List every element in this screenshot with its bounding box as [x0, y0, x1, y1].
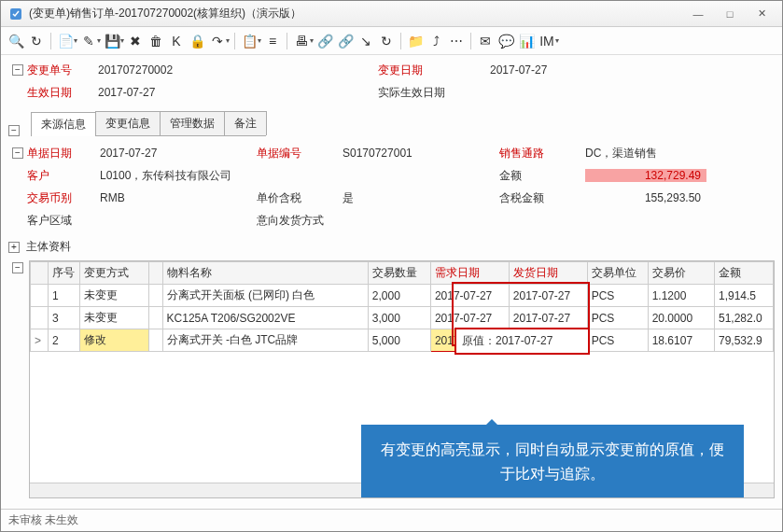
tab-source-info[interactable]: 来源信息	[31, 112, 96, 136]
cell[interactable]: 1.1200	[648, 285, 714, 307]
dropdown-icon[interactable]: ▾	[310, 36, 314, 45]
col-header[interactable]: 交易数量	[368, 262, 430, 285]
toolbar-separator	[287, 33, 287, 49]
cell[interactable]: 2017-07-27	[509, 285, 587, 307]
col-header[interactable]	[31, 262, 49, 285]
chat-icon[interactable]: 💬	[496, 32, 515, 50]
cell[interactable]: 2	[48, 329, 80, 352]
cell[interactable]: >	[31, 329, 49, 352]
sub-section: + 主体资料	[1, 237, 782, 259]
toolbar-separator	[400, 33, 401, 49]
dropdown-icon[interactable]: ▾	[74, 36, 77, 45]
collapse-toggle[interactable]: −	[12, 147, 23, 159]
customer-value: L0100，东传科技有限公司	[100, 168, 499, 184]
collapse-toggle[interactable]: −	[12, 262, 23, 273]
col-header[interactable]	[148, 262, 162, 285]
mail-icon[interactable]: ✉	[476, 32, 495, 50]
cell[interactable]: 未变更	[80, 307, 148, 329]
col-header[interactable]: 物料名称	[162, 262, 368, 285]
folder-icon[interactable]: 📁	[406, 32, 425, 50]
cell[interactable]	[31, 307, 49, 329]
im-icon[interactable]: IM	[538, 32, 556, 50]
table-row[interactable]: 1未变更分离式开关面板 (已网印) 白色2,0002017-07-272017-…	[31, 285, 774, 307]
cell[interactable]: 5,000	[368, 329, 430, 352]
change-no-value: 201707270002	[98, 63, 378, 77]
delete-icon[interactable]: 🗑	[147, 32, 165, 50]
cell[interactable]: 2017-07-27	[430, 285, 509, 307]
new-icon[interactable]: 📄	[56, 32, 75, 50]
dropdown-icon[interactable]: ▾	[120, 36, 124, 45]
tab-mgmt-data[interactable]: 管理数据	[160, 111, 225, 135]
cell[interactable]: 3	[48, 307, 80, 329]
dropdown-icon[interactable]: ▾	[258, 36, 261, 45]
save-icon[interactable]: 💾	[103, 32, 121, 50]
minimize-button[interactable]: —	[683, 5, 713, 23]
print-icon[interactable]: 🖶	[292, 32, 311, 50]
table-row[interactable]: >2修改分离式开关 -白色 JTC品牌5,0002017-08-032017-0…	[31, 329, 774, 352]
list-icon[interactable]: ≡	[263, 32, 282, 50]
dropdown-icon[interactable]: ▾	[555, 36, 559, 45]
cell[interactable]: 79,532.9	[715, 329, 774, 352]
close-button[interactable]: ✕	[747, 5, 776, 23]
k-icon[interactable]: K	[167, 32, 186, 50]
edit-icon[interactable]: ✎	[79, 32, 98, 50]
tab-remark[interactable]: 备注	[224, 111, 267, 135]
cell[interactable]: 1,914.5	[715, 285, 774, 307]
refresh-icon[interactable]: ↻	[27, 32, 46, 50]
cell[interactable]: PCS	[587, 307, 648, 329]
dropdown-icon[interactable]: ▾	[226, 36, 230, 45]
collapse-toggle[interactable]: −	[8, 125, 20, 136]
cell[interactable]: 2017-07-27	[509, 307, 587, 329]
cell[interactable]	[31, 285, 49, 307]
change-no-label: 变更单号	[27, 63, 98, 78]
sync-icon[interactable]: ↻	[377, 32, 396, 50]
cell[interactable]	[148, 329, 162, 352]
link1-icon[interactable]: 🔗	[315, 32, 334, 50]
channel-label: 销售通路	[499, 146, 585, 161]
cell[interactable]	[148, 307, 162, 329]
cell[interactable]: 51,282.0	[715, 307, 774, 329]
maximize-button[interactable]: □	[715, 5, 745, 23]
cell[interactable]: 2,000	[368, 285, 430, 307]
expand-toggle[interactable]: +	[8, 242, 20, 253]
cell[interactable]: 2017-07-27	[430, 307, 509, 329]
cell[interactable]: PCS	[587, 285, 648, 307]
data-grid[interactable]: 序号变更方式物料名称交易数量需求日期发货日期交易单位交易价金额 1未变更分离式开…	[29, 260, 775, 498]
cell[interactable]: 3,000	[368, 307, 430, 329]
cell[interactable]: 分离式开关面板 (已网印) 白色	[162, 285, 368, 307]
cell[interactable]: PCS	[587, 329, 648, 352]
col-header[interactable]: 发货日期	[509, 262, 587, 285]
copy-icon[interactable]: 📋	[240, 32, 259, 50]
toolbar: 🔍 ↻ 📄▾ ✎▾ 💾▾ ✖ 🗑 K 🔒 ↷▾ 📋▾ ≡ 🖶▾ 🔗 🔗 ↘ ↻ …	[1, 27, 782, 55]
cell[interactable]	[148, 285, 162, 307]
tab-change-info[interactable]: 变更信息	[95, 111, 161, 135]
report-icon[interactable]: 📊	[517, 32, 536, 50]
col-header[interactable]: 需求日期	[430, 262, 509, 285]
cell[interactable]: 未变更	[80, 285, 148, 307]
cell[interactable]: 修改	[80, 329, 148, 352]
link2-icon[interactable]: 🔗	[336, 32, 355, 50]
redo-icon[interactable]: ↷	[208, 32, 227, 50]
cell[interactable]: KC125A T206/SG2002VE	[162, 307, 368, 329]
export-icon[interactable]: ⤴	[426, 32, 445, 50]
lock-icon[interactable]: 🔒	[188, 32, 206, 50]
cell[interactable]: 1	[48, 285, 80, 307]
grid-section: − 序号变更方式物料名称交易数量需求日期发货日期交易单位交易价金额 1未变更分离…	[1, 259, 782, 509]
find-icon[interactable]: 🔍	[7, 32, 25, 50]
col-header[interactable]: 交易单位	[587, 262, 648, 285]
cell[interactable]: 18.6107	[648, 329, 714, 352]
col-header[interactable]: 变更方式	[80, 262, 148, 285]
dropdown-icon[interactable]: ▾	[97, 36, 101, 45]
table-row[interactable]: 3未变更KC125A T206/SG2002VE3,0002017-07-272…	[31, 307, 774, 329]
tabs: 来源信息 变更信息 管理数据 备注	[31, 111, 266, 136]
col-header[interactable]: 金额	[715, 262, 774, 285]
col-header[interactable]: 交易价	[648, 262, 714, 285]
collapse-toggle[interactable]: −	[12, 64, 23, 76]
cell[interactable]: 20.0000	[648, 307, 714, 329]
cancel-icon[interactable]: ✖	[126, 32, 145, 50]
cell[interactable]: 分离式开关 -白色 JTC品牌	[162, 329, 368, 352]
col-header[interactable]: 序号	[48, 262, 80, 285]
statusbar: 未审核 未生效	[1, 509, 782, 531]
down-icon[interactable]: ↘	[357, 32, 375, 50]
more-icon[interactable]: ⋯	[447, 32, 466, 50]
